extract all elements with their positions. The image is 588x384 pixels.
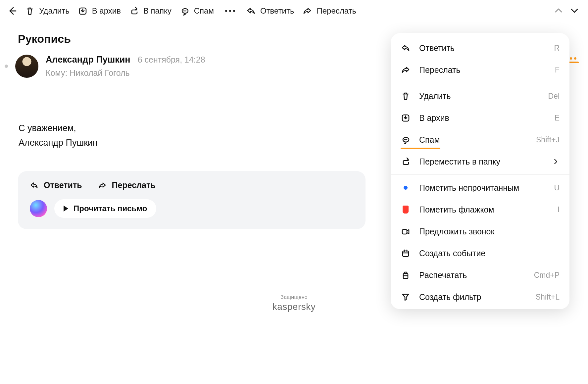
printer-icon: [401, 270, 411, 280]
menu-print-label: Распечатать: [419, 270, 467, 280]
trash-icon: [401, 91, 411, 101]
chevron-right-icon: [552, 158, 560, 165]
menu-unread-label: Пометить непрочитанным: [419, 183, 519, 193]
quick-reply-label: Ответить: [44, 180, 82, 190]
menu-filter-label: Создать фильтр: [419, 292, 481, 302]
menu-print-shortcut: Cmd+P: [534, 271, 560, 280]
read-aloud-button[interactable]: Прочитать письмо: [54, 199, 156, 218]
menu-print[interactable]: Распечатать Cmd+P: [391, 264, 569, 286]
quick-reply-button[interactable]: Ответить: [30, 180, 82, 190]
more-button[interactable]: [222, 10, 238, 12]
archive-icon: [401, 113, 411, 123]
quick-forward-label: Переслать: [112, 180, 156, 190]
forward-button[interactable]: Переслать: [303, 6, 356, 16]
menu-separator: [391, 83, 569, 83]
spam-label: Спам: [194, 6, 214, 16]
menu-unread-shortcut: U: [554, 183, 560, 192]
forward-icon: [98, 181, 107, 190]
menu-delete-label: Удалить: [419, 91, 451, 101]
menu-archive[interactable]: В архив E: [391, 107, 569, 129]
menu-move-label: Переместить в папку: [419, 157, 500, 167]
sender-avatar[interactable]: [15, 55, 38, 78]
next-message-button[interactable]: [569, 6, 579, 16]
highlight-bar-icon: [401, 148, 440, 149]
menu-mark-unread[interactable]: Пометить непрочитанным U: [391, 177, 569, 199]
menu-forward[interactable]: Переслать F: [391, 59, 569, 81]
menu-call-label: Предложить звонок: [419, 227, 494, 236]
menu-create-filter[interactable]: Создать фильтр Shift+L: [391, 286, 569, 308]
unread-dot-icon: [401, 183, 411, 193]
menu-filter-shortcut: Shift+L: [536, 293, 560, 302]
menu-reply-shortcut: R: [554, 44, 560, 53]
reply-icon: [401, 43, 411, 53]
back-button[interactable]: [7, 6, 17, 16]
menu-reply-label: Ответить: [419, 43, 455, 53]
menu-delete-shortcut: Del: [548, 92, 560, 101]
menu-flag-shortcut: I: [558, 205, 560, 214]
menu-suggest-call[interactable]: Предложить звонок: [391, 220, 569, 242]
menu-move-to-folder[interactable]: Переместить в папку: [391, 151, 569, 172]
prev-message-button[interactable]: [554, 6, 564, 16]
thumbs-down-icon: [180, 6, 189, 16]
play-icon: [64, 206, 68, 212]
spam-button[interactable]: Спам: [180, 6, 214, 16]
menu-archive-shortcut: E: [555, 114, 560, 122]
folder-move-icon: [129, 6, 139, 16]
menu-forward-shortcut: F: [555, 66, 560, 74]
menu-event-label: Создать событие: [419, 249, 485, 258]
menu-spam-label: Спам: [419, 135, 440, 145]
menu-reply[interactable]: Ответить R: [391, 37, 569, 59]
assistant-orb-icon: [30, 200, 47, 217]
folder-move-icon: [401, 157, 411, 167]
recipient-line: Кому: Николай Гоголь: [46, 68, 205, 78]
menu-flag-label: Пометить флажком: [419, 205, 494, 215]
archive-icon: [78, 6, 87, 16]
menu-create-event[interactable]: Создать событие: [391, 242, 569, 264]
toolbar: Удалить В архив В папку Спам Ответить Пе…: [0, 0, 588, 22]
menu-separator: [391, 174, 569, 175]
menu-archive-label: В архив: [419, 113, 449, 123]
archive-button[interactable]: В архив: [78, 6, 121, 16]
quick-forward-button[interactable]: Переслать: [98, 180, 156, 190]
trash-icon: [25, 6, 34, 16]
forward-icon: [401, 65, 411, 75]
reply-icon: [246, 6, 256, 16]
sender-name[interactable]: Александр Пушкин: [46, 55, 130, 65]
menu-delete[interactable]: Удалить Del: [391, 85, 569, 107]
arrow-left-icon: [7, 6, 17, 16]
filter-icon: [401, 292, 411, 302]
delete-button[interactable]: Удалить: [25, 6, 70, 16]
delete-label: Удалить: [39, 6, 70, 16]
forward-label: Переслать: [317, 6, 356, 16]
menu-spam-shortcut: Shift+J: [536, 135, 560, 144]
context-menu: Ответить R Переслать F Удалить Del В арх…: [391, 33, 569, 309]
to-prefix: Кому:: [46, 68, 70, 77]
sent-date: 6 сентября, 14:28: [138, 55, 205, 65]
menu-forward-label: Переслать: [419, 65, 461, 75]
quick-actions-card: Ответить Переслать Прочитать письмо: [18, 171, 366, 229]
archive-label: В архив: [92, 6, 121, 16]
reply-button[interactable]: Ответить: [246, 6, 294, 16]
reply-icon: [30, 181, 38, 190]
to-name: Николай Гоголь: [70, 68, 129, 77]
calendar-icon: [401, 248, 411, 258]
menu-flag[interactable]: Пометить флажком I: [391, 199, 569, 220]
flag-icon: [401, 205, 411, 215]
menu-spam[interactable]: Спам Shift+J: [391, 129, 569, 151]
to-folder-button[interactable]: В папку: [129, 6, 172, 16]
thumbs-down-icon: [401, 135, 411, 145]
forward-icon: [303, 6, 312, 16]
read-aloud-label: Прочитать письмо: [74, 204, 147, 213]
video-icon: [401, 226, 411, 236]
reply-label: Ответить: [260, 6, 294, 16]
to-folder-label: В папку: [143, 6, 172, 16]
unread-dot-icon: [5, 65, 8, 68]
